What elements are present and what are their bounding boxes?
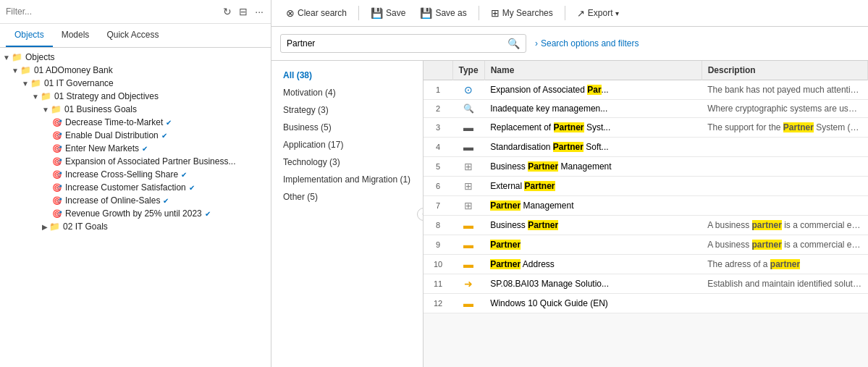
save-filter-button[interactable]: ⊟	[237, 4, 249, 19]
toolbar: ⊗ Clear search 💾 Save 💾 Save as ⊞ My Sea…	[271, 0, 868, 27]
toolbar-sep-1	[358, 6, 359, 20]
table-row[interactable]: 5 ⊞ Business Partner Management	[424, 157, 868, 177]
row-desc-3: The support for the Partner System (PAS)…	[701, 118, 867, 138]
filter-item-implementation[interactable]: Implementation and Migration (1)	[271, 171, 423, 188]
filter-item-business[interactable]: Business (5)	[271, 119, 423, 136]
row-type-3: ▬	[452, 118, 484, 138]
row-type-4: ▬	[452, 138, 484, 157]
table-row[interactable]: 10 ▬ Partner Address The adress of a par…	[424, 255, 868, 274]
table-row[interactable]: 7 ⊞ Partner Management	[424, 196, 868, 216]
row-name-5: Business Partner Management	[484, 157, 701, 177]
tree-label-adomoney: 01 ADOmoney Bank	[34, 65, 113, 75]
tree-item-enable-dual[interactable]: 🎯 Enable Dual Distribution ✔	[0, 129, 271, 142]
row-name-12: Windows 10 Quick Guide (EN)	[484, 294, 701, 313]
filter-item-other[interactable]: Other (5)	[271, 188, 423, 206]
save-as-label: Save as	[435, 8, 466, 18]
row-num-2: 2	[424, 100, 452, 118]
caret-it-governance[interactable]: ▼	[22, 80, 29, 88]
obj-icon-decrease: 🎯	[52, 118, 62, 127]
my-searches-button[interactable]: ⊞ My Searches	[485, 4, 559, 22]
tree-item-expansion[interactable]: 🎯 Expansion of Associated Partner Busine…	[0, 155, 271, 168]
filter-input[interactable]	[6, 7, 217, 17]
table-header-row: Type Name Description	[424, 61, 868, 80]
table-row[interactable]: 9 ▬ Partner A business partner is a comm…	[424, 235, 868, 255]
tab-models[interactable]: Models	[53, 24, 98, 47]
row-type-9: ▬	[452, 235, 484, 255]
check-decrease: ✔	[166, 119, 172, 127]
check-cross-selling: ✔	[181, 171, 187, 179]
table-row[interactable]: 1 ⊙ Expansion of Associated Par... The b…	[424, 80, 868, 100]
filter-item-motivation[interactable]: Motivation (4)	[271, 84, 423, 101]
tree-label-it-governance: 01 IT Governance	[44, 78, 114, 88]
tree-item-cross-selling[interactable]: 🎯 Increase Cross-Selling Share ✔	[0, 168, 271, 181]
tree-item-online-sales[interactable]: 🎯 Increase of Online-Sales ✔	[0, 194, 271, 207]
highlight-3: Partner	[554, 122, 584, 132]
highlight-9: Partner	[490, 240, 521, 250]
export-button[interactable]: ↗ Export ▾	[571, 5, 625, 22]
caret-business-goals[interactable]: ▼	[42, 106, 49, 114]
folder-icon-strategy: 📁	[41, 91, 51, 101]
tree-item-strategy[interactable]: ▼ 📁 01 Strategy and Objectives	[0, 90, 271, 103]
filter-item-all[interactable]: All (38)	[271, 67, 423, 84]
caret-strategy[interactable]: ▼	[32, 93, 39, 101]
row-name-6: External Partner	[484, 177, 701, 196]
row-desc-7	[701, 196, 867, 216]
table-row[interactable]: 6 ⊞ External Partner	[424, 177, 868, 196]
row-name-3: Replacement of Partner Syst...	[484, 118, 701, 138]
table-row[interactable]: 11 ➜ SP.08.BAI03 Manage Solutio... Estab…	[424, 274, 868, 294]
clear-search-button[interactable]: ⊗ Clear search	[280, 4, 353, 22]
tabs-bar: Objects Models Quick Access	[0, 24, 271, 48]
tree-item-it-goals[interactable]: ▶ 📁 02 IT Goals	[0, 220, 271, 233]
table-row[interactable]: 2 🔍 Inadequate key managemen... Where cr…	[424, 100, 868, 118]
tree-label-strategy: 01 Strategy and Objectives	[54, 91, 159, 101]
caret-objects[interactable]: ▼	[3, 54, 10, 62]
table-row[interactable]: 8 ▬ Business Partner A business partner …	[424, 216, 868, 235]
table-row[interactable]: 4 ▬ Standardisation Partner Soft...	[424, 138, 868, 157]
more-options-button[interactable]: ···	[253, 4, 265, 19]
row-type-6: ⊞	[452, 177, 484, 196]
tree-item-customer-satisfaction[interactable]: 🎯 Increase Customer Satisfaction ✔	[0, 181, 271, 194]
row-num-9: 9	[424, 235, 452, 255]
row-type-11: ➜	[452, 274, 484, 294]
row-name-1: Expansion of Associated Par...	[484, 80, 701, 100]
tree-item-business-goals[interactable]: ▼ 📁 01 Business Goals	[0, 103, 271, 116]
highlight-5: Partner	[528, 161, 558, 172]
highlight-1: Par	[587, 85, 601, 95]
row-num-8: 8	[424, 216, 452, 235]
toolbar-sep-3	[565, 6, 565, 20]
folder-icon-business-goals: 📁	[51, 104, 62, 114]
tree-label-enable-dual: Enable Dual Distribution	[65, 130, 159, 140]
obj-icon-expansion: 🎯	[52, 157, 62, 166]
search-input[interactable]	[287, 38, 507, 48]
row-num-10: 10	[424, 255, 452, 274]
table-row[interactable]: 12 ▬ Windows 10 Quick Guide (EN)	[424, 294, 868, 313]
search-options-button[interactable]: › Search options and filters	[535, 38, 639, 48]
tree-item-revenue-growth[interactable]: 🎯 Revenue Growth by 25% until 2023 ✔	[0, 207, 271, 220]
caret-adomoney[interactable]: ▼	[12, 67, 19, 75]
tab-objects[interactable]: Objects	[6, 24, 53, 47]
left-panel: ↻ ⊟ ··· Objects Models Quick Access ▼ 📁 …	[0, 0, 271, 367]
highlight-7: Partner	[490, 201, 521, 211]
caret-it-goals[interactable]: ▶	[42, 223, 48, 231]
save-as-button[interactable]: 💾 Save as	[414, 4, 472, 22]
tree-item-it-governance[interactable]: ▼ 📁 01 IT Governance	[0, 77, 271, 90]
row-name-2: Inadequate key managemen...	[484, 100, 701, 118]
table-row[interactable]: 3 ▬ Replacement of Partner Syst... The s…	[424, 118, 868, 138]
filter-item-strategy[interactable]: Strategy (3)	[271, 101, 423, 119]
tree-label-objects: Objects	[25, 52, 55, 62]
filter-bar: ↻ ⊟ ···	[0, 0, 271, 24]
tree-item-enter-new[interactable]: 🎯 Enter New Markets ✔	[0, 142, 271, 155]
filter-item-application[interactable]: Application (17)	[271, 136, 423, 153]
save-button[interactable]: 💾 Save	[365, 4, 411, 22]
results-table-wrapper: Type Name Description 1 ⊙ Expansion of A…	[424, 61, 868, 367]
tree-item-objects[interactable]: ▼ 📁 Objects	[0, 51, 271, 64]
tree-item-decrease[interactable]: 🎯 Decrease Time-to-Market ✔	[0, 116, 271, 129]
search-icon[interactable]: 🔍	[507, 38, 520, 49]
tree-item-adomoney[interactable]: ▼ 📁 01 ADOmoney Bank	[0, 64, 271, 77]
check-enable-dual: ✔	[161, 132, 167, 140]
refresh-button[interactable]: ↻	[222, 4, 233, 19]
tab-quick-access[interactable]: Quick Access	[98, 24, 167, 47]
filter-item-technology[interactable]: Technology (3)	[271, 153, 423, 171]
filter-sidebar-toggle[interactable]: ‹	[417, 208, 424, 221]
row-type-12: ▬	[452, 294, 484, 313]
